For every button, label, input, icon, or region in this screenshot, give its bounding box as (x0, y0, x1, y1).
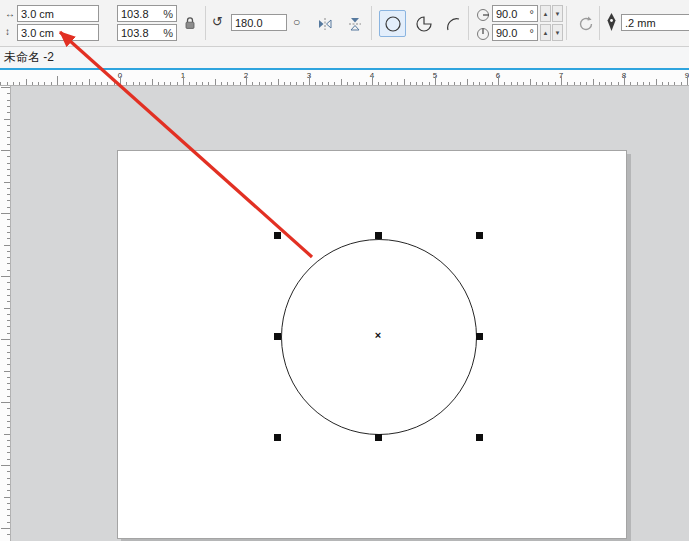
end-angle-increment-button[interactable]: ▲ (540, 24, 551, 41)
mirror-horizontal-icon (317, 16, 333, 32)
rotation-angle-field[interactable]: 180.0 (231, 14, 287, 31)
degree-indicator-icon: ○ (293, 16, 300, 28)
end-angle-field[interactable]: 90.0 ° (492, 24, 538, 41)
mirror-horizontal-button[interactable] (312, 11, 337, 36)
scale-vertical-suffix: % (163, 27, 173, 39)
selection-handle-bottom-right[interactable] (476, 434, 483, 441)
document-tab-title: 未命名 -2 (4, 49, 54, 66)
spin-up-icon: ▲ (543, 11, 549, 17)
selection-handle-top-middle[interactable] (375, 232, 382, 239)
object-height-icon: ↕ (5, 27, 10, 37)
end-angle-value: 90.0 (496, 27, 528, 39)
start-angle-value: 90.0 (496, 8, 528, 20)
selection-handle-middle-right[interactable] (476, 333, 483, 340)
arc-direction-icon (577, 15, 595, 33)
arc-button[interactable] (439, 10, 466, 37)
outline-pen-nib-icon (606, 12, 617, 32)
object-width-icon: ↔ (5, 9, 15, 19)
selection-handle-bottom-middle[interactable] (375, 434, 382, 441)
spin-down-icon: ▼ (555, 30, 561, 36)
separator (599, 6, 600, 40)
selection-handle-middle-left[interactable] (274, 333, 281, 340)
scale-horizontal-value: 103.8 (121, 8, 161, 20)
mirror-vertical-icon (347, 16, 363, 32)
start-angle-field[interactable]: 90.0 ° (492, 5, 538, 22)
ellipse-button[interactable] (379, 10, 406, 37)
separator (205, 6, 206, 40)
selection-handle-bottom-left[interactable] (274, 434, 281, 441)
start-angle-icon (476, 8, 490, 22)
object-height-value: 3.0 cm (21, 27, 95, 39)
selection-center-mark: × (375, 329, 381, 341)
separator (468, 6, 469, 40)
spin-down-icon: ▼ (555, 11, 561, 17)
property-bar: ↔ ↕ 3.0 cm 3.0 cm 103.8 % 103.8 % ↺ 180.… (0, 0, 689, 47)
start-angle-increment-button[interactable]: ▲ (540, 5, 551, 22)
horizontal-ruler[interactable]: 0 1 2 3 4 5 6 7 8 9 (0, 70, 689, 86)
scale-vertical-field[interactable]: 103.8 % (117, 24, 177, 41)
end-angle-suffix: ° (530, 27, 534, 39)
separator (371, 6, 372, 40)
start-angle-decrement-button[interactable]: ▼ (552, 5, 563, 22)
pie-button[interactable] (410, 10, 437, 37)
rotation-icon: ↺ (212, 15, 223, 28)
arc-icon (444, 15, 462, 33)
end-angle-decrement-button[interactable]: ▼ (552, 24, 563, 41)
separator (566, 6, 567, 40)
object-width-field[interactable]: 3.0 cm (17, 5, 99, 22)
lock-ratio-button[interactable] (180, 11, 200, 35)
document-tab-bar: 未命名 -2 (0, 46, 689, 70)
rotation-angle-value: 180.0 (235, 17, 283, 29)
start-angle-suffix: ° (530, 8, 534, 20)
object-height-field[interactable]: 3.0 cm (17, 24, 99, 41)
lock-icon (184, 16, 196, 30)
scale-horizontal-field[interactable]: 103.8 % (117, 5, 177, 22)
end-angle-icon (476, 27, 490, 41)
spin-up-icon: ▲ (543, 30, 549, 36)
pie-icon (415, 15, 433, 33)
mirror-vertical-button[interactable] (342, 11, 367, 36)
selection-handle-top-left[interactable] (274, 232, 281, 239)
vertical-ruler[interactable] (0, 86, 11, 541)
ellipse-icon (384, 15, 402, 33)
scale-vertical-value: 103.8 (121, 27, 161, 39)
document-tab[interactable]: 未命名 -2 (0, 46, 60, 68)
scale-horizontal-suffix: % (163, 8, 173, 20)
selection-handle-top-right[interactable] (476, 232, 483, 239)
arc-direction-button[interactable] (573, 11, 598, 36)
object-width-value: 3.0 cm (21, 8, 95, 20)
outline-width-field[interactable]: .2 mm (621, 14, 689, 31)
outline-width-value: .2 mm (625, 17, 689, 29)
